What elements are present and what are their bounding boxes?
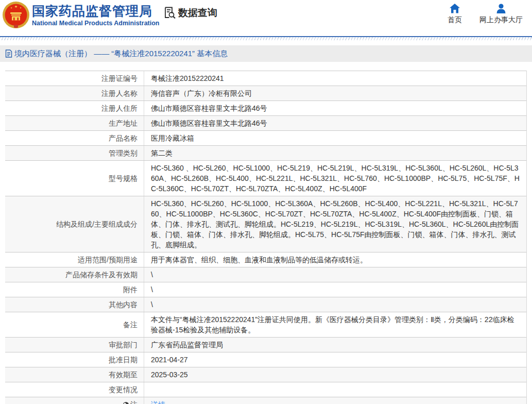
- row-label: 产品储存条件及有效期: [5, 267, 144, 282]
- table-row-approval-department: 审批部门 广东省药品监督管理局: [5, 338, 526, 352]
- national-emblem-icon: [2, 1, 30, 30]
- site-header: 国家药品监督管理局 National Medical Products Admi…: [0, 0, 532, 36]
- row-label: 结构及组成/主要组成成分: [5, 196, 144, 252]
- table-row-change-status: 变更情况: [5, 382, 526, 397]
- row-label: 产品名称: [5, 131, 144, 145]
- table-row-valid-until: 有效期至 2025-03-25: [5, 367, 526, 382]
- row-value: 海信容声（广东）冷柜有限公司: [144, 86, 526, 100]
- table-row-registrant-address: 注册人住所 佛山市顺德区容桂容里文丰北路46号: [5, 101, 526, 116]
- row-label: 适用范围/预期用途: [5, 252, 144, 267]
- row-value: \: [144, 267, 526, 282]
- site-title-en: National Medical Products Administration: [32, 20, 160, 27]
- table-row-management-class: 管理类别 第二类: [5, 146, 526, 161]
- nav-service-hall-label: 网上办事大厅: [479, 15, 523, 25]
- row-label: 管理类别: [5, 146, 144, 160]
- row-value: \: [144, 297, 526, 312]
- row-value: 粤械注准20152220241: [144, 71, 526, 86]
- row-label: 附件: [5, 282, 144, 297]
- row-label: 有效期至: [5, 367, 144, 382]
- data-search-tab[interactable]: 数据查询: [163, 6, 217, 20]
- row-label: 生产地址: [5, 116, 144, 130]
- row-label: 审批部门: [5, 338, 144, 352]
- row-value: 广东省药品监督管理局: [144, 338, 526, 352]
- table-row-structure-composition: 结构及组成/主要组成成分 HC-5L360、HC-5L260、HC-5L1000…: [5, 196, 526, 252]
- note-icon: [123, 402, 129, 404]
- row-value: 本文件与“粤械注准20152220241”注册证共同使用。新《医疗器械分类目录》…: [144, 312, 526, 337]
- row-value: 2021-04-27: [144, 352, 526, 367]
- row-value: 详情: [144, 397, 526, 404]
- row-label: 注: [5, 397, 144, 404]
- page-title: 境内医疗器械（注册） —— “粤械注准20152220241” 基本信息: [14, 49, 228, 59]
- row-label: 变更情况: [5, 382, 144, 397]
- nav-home[interactable]: 首页: [448, 4, 462, 25]
- table-row-registrant-name: 注册人名称 海信容声（广东）冷柜有限公司: [5, 86, 526, 101]
- row-label: 型号规格: [5, 161, 144, 196]
- table-row-remarks: 备注 本文件与“粤械注准20152220241”注册证共同使用。新《医疗器械分类…: [5, 312, 526, 338]
- registration-info-table: 注册证编号 粤械注准20152220241 注册人名称 海信容声（广东）冷柜有限…: [5, 71, 527, 404]
- document-icon: [5, 49, 12, 58]
- row-label: 注册证编号: [5, 71, 144, 86]
- header-hatch-strip: [0, 37, 532, 40]
- table-row-reg-number: 注册证编号 粤械注准20152220241: [5, 71, 526, 86]
- row-label: 其他内容: [5, 297, 144, 312]
- table-row-intended-use: 适用范围/预期用途 用于离体器官、组织、细胞、血液和血液制品等的低温储存或转运。: [5, 252, 526, 267]
- row-label: 备注: [5, 312, 144, 337]
- row-value: HC-5L360 、HC-5L260、HC-5L1000、HC-5L219、HC…: [144, 161, 526, 196]
- data-search-icon: [163, 6, 177, 20]
- table-row-product-name: 产品名称 医用冷藏冰箱: [5, 131, 526, 146]
- row-value: 第二类: [144, 146, 526, 160]
- table-row-note: 注 详情: [5, 397, 526, 404]
- row-value: 2025-03-25: [144, 367, 526, 382]
- row-value: 医用冷藏冰箱: [144, 131, 526, 145]
- row-label: 注册人名称: [5, 86, 144, 100]
- table-row-production-address: 生产地址 佛山市顺德区容桂容里文丰北路46号: [5, 116, 526, 131]
- nav-service-hall[interactable]: 网上办事大厅: [479, 4, 523, 25]
- table-row-attachment: 附件 \: [5, 282, 526, 297]
- table-row-model-spec: 型号规格 HC-5L360 、HC-5L260、HC-5L1000、HC-5L2…: [5, 161, 526, 196]
- home-icon: [450, 4, 460, 13]
- table-row-approval-date: 批准日期 2021-04-27: [5, 352, 526, 367]
- row-value: HC-5L360、HC-5L260、HC-5L1000、HC-5L360A、HC…: [144, 196, 526, 252]
- table-row-storage-conditions: 产品储存条件及有效期 \: [5, 267, 526, 282]
- row-value: [144, 382, 526, 397]
- data-search-label: 数据查询: [178, 6, 217, 20]
- top-nav: 首页 网上办事大厅: [448, 4, 523, 25]
- user-icon: [496, 4, 506, 13]
- row-value: \: [144, 282, 526, 297]
- row-label: 注册人住所: [5, 101, 144, 115]
- row-value: 佛山市顺德区容桂容里文丰北路46号: [144, 116, 526, 130]
- detail-link[interactable]: 详情: [151, 399, 165, 404]
- table-row-other-content: 其他内容 \: [5, 297, 526, 312]
- breadcrumb: 境内医疗器械（注册） —— “粤械注准20152220241” 基本信息: [0, 45, 532, 62]
- nav-home-label: 首页: [448, 15, 462, 25]
- site-title-cn: 国家药品监督管理局: [32, 4, 160, 18]
- row-value: 用于离体器官、组织、细胞、血液和血液制品等的低温储存或转运。: [144, 252, 526, 267]
- row-value: 佛山市顺德区容桂容里文丰北路46号: [144, 101, 526, 115]
- note-label: 注: [130, 399, 138, 404]
- row-label: 批准日期: [5, 352, 144, 367]
- brand-block: 国家药品监督管理局 National Medical Products Admi…: [32, 4, 160, 27]
